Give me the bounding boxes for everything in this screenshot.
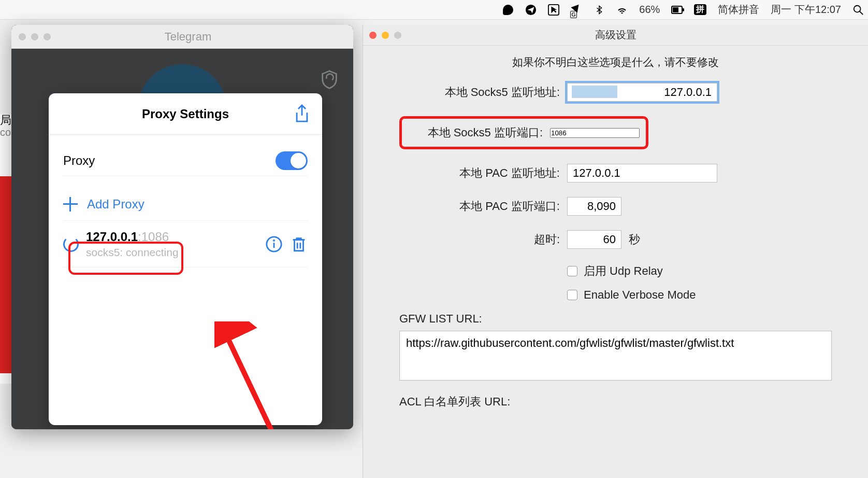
bluetooth-icon[interactable] [594,4,605,16]
annotation-arrow [214,321,277,429]
telegram-window: Telegram Proxy Settings Proxy Add [11,25,353,429]
proxy-port: :1086 [138,230,169,244]
timeout-label: 超时: [399,232,560,247]
plus-icon [63,197,78,212]
verbose-checkbox-row[interactable]: Enable Verbose Mode [567,288,832,302]
telegram-titlebar[interactable]: Telegram [11,25,353,49]
delete-button[interactable] [290,235,308,253]
ime-badge-icon[interactable]: 拼 [694,4,706,15]
udp-relay-label: 启用 Udp Relay [584,263,663,279]
advanced-body: 如果你不明白这些选项是什么，请不要修改 本地 Socks5 监听地址: 本地 S… [363,46,868,424]
telegram-tray-icon[interactable] [525,4,537,16]
battery-icon[interactable] [671,4,683,16]
add-proxy-label: Add Proxy [87,197,144,212]
socks5-addr-label: 本地 Socks5 监听地址: [399,85,560,100]
pac-port-label: 本地 PAC 监听端口: [399,199,560,214]
socks5-addr-field: 本地 Socks5 监听地址: [399,83,832,102]
proxy-toggle-row: Proxy [63,145,308,176]
proxy-ip: 127.0.0.1 [86,230,138,244]
udp-relay-checkbox[interactable] [567,266,577,276]
pac-addr-field: 本地 PAC 监听地址: [399,164,832,182]
sheet-body: Proxy Add Proxy 127.0.0.1:1086 socks5: c… [49,135,322,278]
qq-icon[interactable] [502,4,514,16]
verbose-label: Enable Verbose Mode [584,288,696,302]
advanced-warning: 如果你不明白这些选项是什么，请不要修改 [399,55,832,69]
cursor-icon[interactable] [548,4,559,16]
gfw-label: GFW LIST URL: [399,312,832,326]
proxy-toggle-label: Proxy [63,153,95,168]
pac-addr-input[interactable] [567,164,717,182]
connecting-spinner-icon [63,236,79,252]
macos-menubar: 66% 拼 简体拼音 周一 下午12:07 [0,0,868,20]
sheet-header: Proxy Settings [49,93,322,135]
socks5-port-input[interactable] [550,128,640,138]
proxy-settings-sheet: Proxy Settings Proxy Add Proxy [49,93,322,425]
socks5-addr-input[interactable] [567,83,717,102]
ime-label[interactable]: 简体拼音 [718,3,759,17]
timeout-input[interactable] [567,230,621,249]
advanced-title: 高级设置 [363,28,868,42]
svg-point-6 [273,240,274,241]
spotlight-icon[interactable] [852,4,864,16]
telegram-title: Telegram [30,30,346,44]
proxy-entry-row[interactable]: 127.0.0.1:1086 socks5: connecting [63,221,308,268]
verbose-checkbox[interactable] [567,290,577,300]
pac-port-field: 本地 PAC 监听端口: [399,197,832,216]
close-dot[interactable] [19,33,26,40]
timeout-unit: 秒 [629,232,640,247]
advanced-titlebar[interactable]: 高级设置 [363,25,868,46]
battery-percent: 66% [639,4,660,16]
pac-addr-label: 本地 PAC 监听地址: [399,165,560,181]
socks5-port-label: 本地 Socks5 监听端口: [408,125,543,140]
clock-label[interactable]: 周一 下午12:07 [771,3,841,17]
proxy-toggle[interactable] [276,151,308,170]
annotation-highlight-port: 本地 Socks5 监听端口: [399,116,648,149]
wifi-icon[interactable] [616,4,628,16]
shield-icon[interactable] [321,69,338,89]
svg-line-7 [225,332,271,429]
proxy-status: socks5: connecting [86,246,258,259]
share-button[interactable] [293,104,311,124]
pac-port-input[interactable] [567,197,621,216]
udp-relay-checkbox-row[interactable]: 启用 Udp Relay [567,263,832,279]
timeout-field: 超时: 秒 [399,230,832,249]
acl-label: ACL 白名单列表 URL: [399,394,832,410]
sheet-title: Proxy Settings [142,107,229,121]
gfw-url-textarea[interactable] [399,331,832,381]
svg-line-3 [860,11,863,14]
add-proxy-row[interactable]: Add Proxy [63,188,308,221]
proxy-entry-main: 127.0.0.1:1086 socks5: connecting [86,230,258,259]
send-g-icon[interactable] [571,4,582,16]
info-button[interactable] [265,235,283,253]
svg-point-2 [854,5,861,12]
advanced-settings-window: 高级设置 如果你不明白这些选项是什么，请不要修改 本地 Socks5 监听地址:… [363,25,868,478]
telegram-body: Proxy Settings Proxy Add Proxy [11,49,353,429]
